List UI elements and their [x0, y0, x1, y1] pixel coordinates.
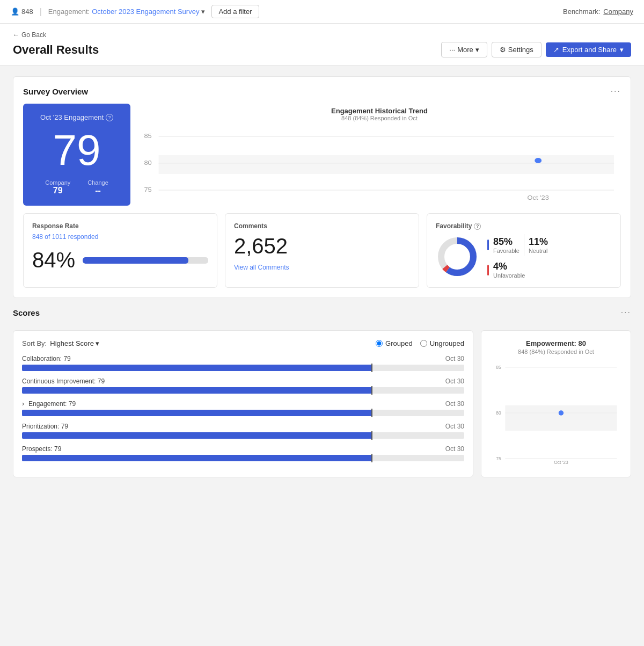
page-header-row: Overall Results ··· More ▾ ⚙ Settings ↗ …	[13, 42, 631, 65]
score-bar-fill	[22, 387, 371, 394]
more-button[interactable]: ··· More ▾	[441, 42, 487, 57]
main-content: Survey Overview ··· Oct '23 Engagement ?…	[0, 66, 644, 488]
separator: |	[40, 7, 42, 17]
info-icon: ?	[106, 114, 113, 121]
add-filter-button[interactable]: Add a filter	[211, 5, 259, 18]
scores-right-panel: Empowerment: 80 848 (84%) Responded in O…	[481, 330, 631, 477]
svg-point-7	[535, 158, 541, 163]
settings-button[interactable]: ⚙ Settings	[492, 42, 541, 57]
user-count-value: 848	[21, 8, 33, 16]
score-bar-wrap	[22, 387, 464, 394]
share-icon: ↗	[553, 46, 559, 54]
right-panel-subtitle: 848 (84%) Responded in Oct	[490, 349, 622, 355]
sort-by-label: Sort By:	[22, 339, 47, 347]
engagement-card-title: Oct '23 Engagement ?	[40, 113, 113, 121]
section-header: Survey Overview ···	[23, 86, 621, 96]
score-bar-marker	[371, 409, 372, 417]
sort-by-value[interactable]: Highest Score ▾	[50, 339, 99, 347]
engagement-score: 79	[53, 129, 101, 172]
score-bar-marker	[371, 431, 372, 440]
svg-text:Oct '23: Oct '23	[528, 195, 549, 200]
gear-icon: ⚙	[500, 46, 506, 54]
scores-more-button[interactable]: ···	[621, 308, 631, 317]
unfavorable-bar	[487, 265, 489, 275]
score-item: Continuous Improvement: 79 Oct 30	[22, 378, 464, 394]
user-icon: 👤	[11, 8, 19, 16]
score-bar-fill	[22, 365, 371, 371]
score-item-label[interactable]: › Engagement: 79	[22, 400, 76, 408]
scores-controls: Sort By: Highest Score ▾ Grouped	[22, 339, 464, 347]
score-bar-wrap	[22, 365, 464, 371]
response-bar-track	[83, 257, 208, 264]
header-actions: ··· More ▾ ⚙ Settings ↗ Export and Share…	[441, 42, 631, 57]
score-item-date: Oct 30	[445, 445, 464, 453]
expand-icon[interactable]: ›	[22, 400, 24, 408]
unfavorable-item: 4% Unfavorable	[493, 261, 525, 279]
score-bar-marker	[371, 454, 372, 462]
trend-chart: 85 80 75 Oct '23	[138, 126, 621, 201]
engagement-value[interactable]: October 2023 Engagement Survey	[92, 8, 199, 16]
scores-title: Scores	[13, 308, 40, 317]
right-panel-title: Empowerment: 80	[490, 339, 622, 347]
trend-subtitle: 848 (84%) Responded in Oct	[138, 115, 621, 121]
grouped-radio[interactable]	[376, 340, 383, 347]
score-item: › Engagement: 79 Oct 30	[22, 400, 464, 416]
export-share-button[interactable]: ↗ Export and Share ▾	[546, 42, 631, 57]
score-item-label: Collaboration: 79	[22, 355, 71, 362]
bottom-cards: Response Rate 848 of 1011 responded 84% …	[23, 213, 621, 288]
comments-count: 2,652	[234, 234, 410, 258]
score-bar-wrap	[22, 432, 464, 439]
svg-text:Oct '23: Oct '23	[554, 460, 568, 465]
response-rate-label: Response Rate	[32, 222, 208, 230]
favorable-bar	[487, 239, 489, 250]
score-item-label: Continuous Improvement: 79	[22, 378, 105, 385]
benchmark-link[interactable]: Company	[603, 8, 633, 16]
svg-text:80: 80	[496, 410, 501, 416]
view-comments-link[interactable]: View all Comments	[234, 264, 410, 271]
score-item-date: Oct 30	[445, 423, 464, 430]
sort-by: Sort By: Highest Score ▾	[22, 339, 99, 347]
chevron-down-icon: ▾	[475, 46, 479, 54]
response-link[interactable]: 848 of 1011 responded	[32, 233, 98, 241]
scores-left-panel: Sort By: Highest Score ▾ Grouped	[13, 330, 473, 477]
score-item-date: Oct 30	[445, 400, 464, 408]
score-bar-fill	[22, 410, 371, 416]
section-more-button[interactable]: ···	[611, 86, 621, 96]
score-items-container: Collaboration: 79 Oct 30 Continuous Impr…	[22, 355, 464, 461]
favorability-label: Favorability ?	[436, 222, 612, 230]
grouped-option[interactable]: Grouped	[376, 339, 413, 347]
change-meta: Change --	[87, 179, 108, 195]
survey-overview-title: Survey Overview	[23, 87, 88, 96]
top-bar-right: Benchmark: Company	[563, 8, 633, 16]
score-item-date: Oct 30	[445, 378, 464, 385]
score-item-label: Prioritization: 79	[22, 423, 68, 430]
go-back-button[interactable]: ← Go Back	[13, 31, 631, 39]
score-item-date: Oct 30	[445, 355, 464, 362]
svg-text:85: 85	[144, 133, 151, 139]
score-bar-wrap	[22, 410, 464, 416]
svg-text:85: 85	[496, 365, 501, 370]
ungrouped-radio[interactable]	[420, 340, 427, 347]
score-item: Collaboration: 79 Oct 30	[22, 355, 464, 371]
company-meta: Company 79	[45, 179, 70, 195]
comments-card: Comments 2,652 View all Comments	[225, 213, 419, 288]
ungrouped-option[interactable]: Ungrouped	[420, 339, 464, 347]
user-count: 👤 848	[11, 8, 33, 16]
benchmark-label: Benchmark:	[563, 8, 600, 16]
favorability-content: 85% Favorable 11% Neutral	[436, 234, 612, 279]
scores-section: Scores ··· Sort By: Highest Score ▾	[13, 308, 631, 477]
ellipsis-icon: ···	[449, 46, 455, 54]
score-item: Prioritization: 79 Oct 30	[22, 423, 464, 439]
score-item-label: Prospects: 79	[22, 445, 61, 453]
page-title: Overall Results	[13, 43, 99, 57]
top-bar: 👤 848 | Engagement: October 2023 Engagem…	[0, 0, 644, 24]
scores-layout: Sort By: Highest Score ▾ Grouped	[13, 330, 631, 477]
survey-overview-section: Survey Overview ··· Oct '23 Engagement ?…	[13, 76, 631, 298]
chevron-down-icon: ▾	[201, 8, 205, 16]
favorability-card: Favorability ?	[427, 213, 621, 288]
neutral-item: 11% Neutral	[529, 236, 548, 254]
response-rate-card: Response Rate 848 of 1011 responded 84%	[23, 213, 217, 288]
top-bar-left: 👤 848 | Engagement: October 2023 Engagem…	[11, 5, 557, 18]
svg-text:80: 80	[144, 160, 151, 165]
score-bar-marker	[371, 364, 372, 372]
